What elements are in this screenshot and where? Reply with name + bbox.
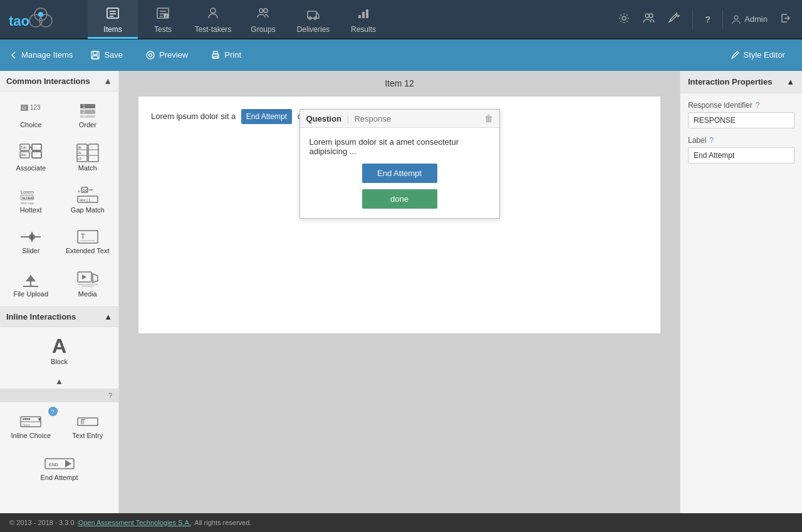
- response-identifier-label: Response identifier: [688, 101, 753, 110]
- nav-item-tests[interactable]: ✓ Tests: [138, 0, 188, 39]
- svg-rect-54: [32, 152, 41, 158]
- svg-text:□□□□: □□□□: [23, 423, 30, 427]
- svg-point-16: [259, 9, 263, 13]
- response-identifier-help[interactable]: ?: [756, 101, 760, 110]
- deliveries-icon: [306, 6, 320, 23]
- svg-text:123: 123: [30, 104, 41, 111]
- hottext-icon: Lorem re.Hot1 text cap: [19, 185, 42, 206]
- question-card-body: Lorem ipsum dolor sit a amet consectetur…: [300, 128, 499, 218]
- item-canvas: Lorem ipsum dolor sit a End Attempt cons…: [138, 96, 661, 334]
- svg-point-15: [211, 8, 216, 13]
- extended-text-item[interactable]: T Extended Text: [60, 221, 116, 261]
- text-entry-label: Text Entry: [72, 432, 103, 439]
- block-item[interactable]: A Block: [3, 330, 115, 371]
- inline-choice-icon: ■■■■ □□□□ ▼: [19, 413, 42, 432]
- label-label: Label: [688, 136, 706, 145]
- choice-icon: ☑ 123: [19, 102, 42, 121]
- nav-label-deliveries: Deliveries: [297, 25, 330, 34]
- slider-label: Slider: [22, 247, 39, 254]
- nav-item-deliveries[interactable]: Deliveries: [288, 0, 338, 39]
- svg-marker-97: [65, 460, 71, 467]
- company-link[interactable]: Open Assessment Technologies S.A.: [78, 519, 191, 526]
- tools-button[interactable]: [664, 8, 684, 31]
- associate-item[interactable]: 1a b 2b c Associate: [3, 137, 59, 177]
- question-tab[interactable]: Question: [306, 114, 341, 123]
- users-button[interactable]: [639, 8, 659, 31]
- response-identifier-label-row: Response identifier ?: [688, 101, 794, 110]
- order-item[interactable]: 1 2 3 Order: [60, 95, 116, 135]
- help-button[interactable]: ?: [701, 10, 714, 28]
- inline-interactions-label: Inline Interactions: [6, 312, 76, 321]
- nav-item-results[interactable]: Results: [338, 0, 388, 39]
- preview-label: Preview: [159, 50, 188, 60]
- file-upload-label: File Upload: [13, 290, 48, 298]
- media-icon: [76, 269, 99, 290]
- svg-rect-53: [32, 144, 41, 150]
- text-entry-item[interactable]: T Text Entry: [60, 405, 116, 446]
- nav-item-items[interactable]: Items: [88, 0, 138, 39]
- scroll-up-button[interactable]: ▲: [0, 374, 118, 389]
- gap-match-label: Gap Match: [71, 206, 105, 214]
- delete-button[interactable]: 🗑: [484, 113, 493, 123]
- style-editor-button[interactable]: Style Editor: [722, 47, 793, 63]
- collapse-props-button[interactable]: ▲: [786, 77, 794, 86]
- print-button[interactable]: Print: [206, 47, 246, 63]
- associate-icon: 1a b 2b c: [19, 143, 42, 164]
- rights-text: · All rights reserved.: [191, 519, 252, 526]
- done-button[interactable]: done: [362, 189, 437, 209]
- svg-text:abc  [  ]: abc [ ]: [80, 198, 90, 202]
- svg-text:T: T: [81, 419, 85, 425]
- svg-point-36: [217, 55, 219, 56]
- end-attempt-item[interactable]: END End Attempt: [3, 447, 115, 488]
- print-label: Print: [224, 50, 241, 60]
- match-item[interactable]: ab 2x c3 Match: [60, 137, 116, 177]
- file-upload-icon: [19, 269, 42, 290]
- svg-text:c3: c3: [78, 157, 81, 160]
- collapse-inline-button[interactable]: ▲: [104, 312, 112, 321]
- svg-point-24: [622, 16, 626, 20]
- back-button[interactable]: Manage Items: [9, 50, 73, 60]
- svg-text:✓: ✓: [165, 14, 168, 18]
- response-identifier-input[interactable]: [688, 112, 794, 128]
- match-icon: ab 2x c3: [76, 143, 99, 164]
- admin-user[interactable]: Admin: [731, 14, 768, 24]
- end-attempt-button[interactable]: End Attempt: [362, 164, 437, 183]
- label-help[interactable]: ?: [709, 136, 714, 145]
- footer: © 2013 - 2018 · 3.3.0 · Open Assessment …: [0, 513, 802, 532]
- text-entry-icon: T: [76, 413, 99, 432]
- top-navigation: tao Items ✓: [0, 0, 802, 39]
- gap-match-item[interactable]: a bc abc [ ] Gap Match: [60, 179, 116, 219]
- settings-button[interactable]: [614, 8, 634, 31]
- help-hint: ?: [0, 389, 118, 402]
- order-icon: 1 2 3: [76, 102, 99, 121]
- logout-button[interactable]: [776, 8, 796, 31]
- svg-text:▼: ▼: [37, 417, 42, 422]
- save-button[interactable]: Save: [85, 47, 128, 63]
- choice-item[interactable]: ☑ 123 Choice: [3, 95, 59, 135]
- file-upload-item[interactable]: File Upload: [3, 263, 59, 303]
- style-editor-label: Style Editor: [744, 50, 785, 60]
- slider-item[interactable]: Slider: [3, 221, 59, 261]
- nav-item-groups[interactable]: Groups: [238, 0, 288, 39]
- inline-items-grid: ? ■■■■ □□□□ ▼ Inline Choice: [0, 402, 118, 491]
- collapse-common-button[interactable]: ▲: [103, 76, 112, 86]
- question-card: Question | Response 🗑 Lorem ipsum dolor …: [299, 109, 500, 219]
- inline-choice-item[interactable]: ? ■■■■ □□□□ ▼ Inline Choice: [3, 405, 59, 446]
- nav-item-test-takers[interactable]: Test-takers: [188, 0, 238, 39]
- tab-divider: |: [346, 114, 351, 123]
- admin-label: Admin: [744, 14, 768, 24]
- response-tab[interactable]: Response: [354, 114, 391, 123]
- right-panel: Interaction Properties ▲ Response identi…: [680, 71, 802, 513]
- preview-button[interactable]: Preview: [140, 47, 193, 63]
- label-input[interactable]: [688, 147, 794, 164]
- groups-icon: [256, 6, 270, 23]
- media-item[interactable]: Media: [60, 263, 116, 303]
- lorem-text: Lorem ipsum dolor sit a amet consectetur…: [310, 137, 490, 156]
- svg-text:tao: tao: [9, 13, 29, 29]
- inline-choice-label: Inline Choice: [11, 432, 51, 439]
- inline-interactions-header[interactable]: Inline Interactions ▲: [0, 306, 118, 327]
- svg-point-32: [149, 53, 152, 56]
- hottext-item[interactable]: Lorem re.Hot1 text cap Hottext: [3, 179, 59, 219]
- left-panel: Common Interactions ▲ ☑ 123 Choice: [0, 71, 119, 513]
- svg-text:b: b: [24, 145, 26, 149]
